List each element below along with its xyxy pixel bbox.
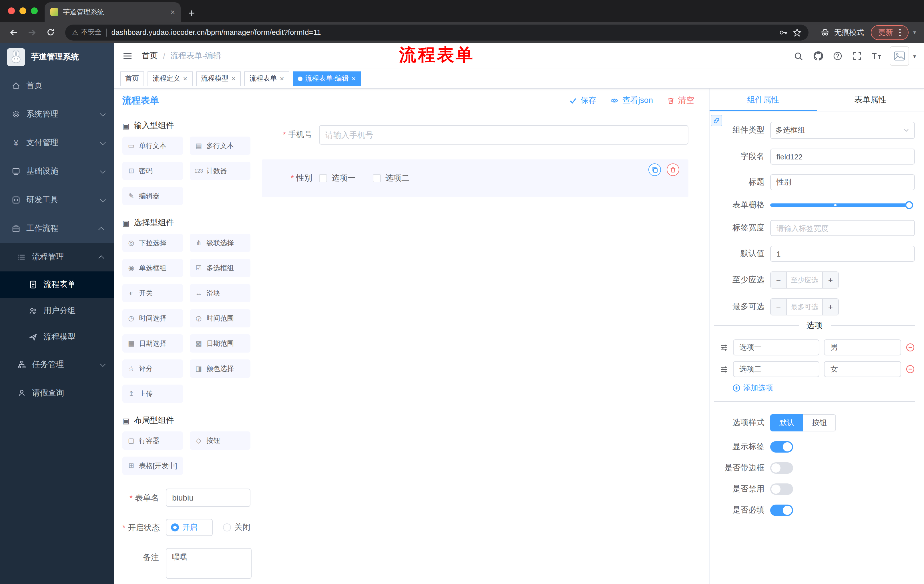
forward-button[interactable]	[24, 24, 40, 40]
close-window-button[interactable]	[8, 7, 15, 14]
clear-button[interactable]: 清空	[667, 95, 694, 106]
min-select-value[interactable]: 至少应选	[787, 272, 822, 288]
palette-item-checkbox-group[interactable]: ☑多选框组	[190, 259, 251, 277]
phone-input[interactable]	[319, 125, 688, 145]
sidebar-item-workflow[interactable]: 工作流程	[0, 214, 114, 243]
palette-item-single-text[interactable]: ▭单行文本	[122, 137, 183, 155]
remove-option-button[interactable]	[906, 343, 915, 352]
palette-item-cascader[interactable]: ⋔级联选择	[190, 234, 251, 252]
palette-item-editor[interactable]: ✎编辑器	[122, 187, 183, 205]
back-button[interactable]	[6, 24, 22, 40]
toolbar-caret-icon[interactable]: ▾	[913, 29, 916, 35]
sidebar-item-user-group[interactable]: 用户分组	[0, 298, 114, 324]
avatar-caret-icon[interactable]: ▾	[913, 53, 916, 59]
close-icon[interactable]: ×	[231, 75, 236, 82]
close-icon[interactable]: ×	[280, 75, 284, 82]
sidebar-item-process-form[interactable]: 流程表单	[0, 271, 114, 298]
gender-option-2[interactable]: 选项二	[373, 173, 409, 183]
show-label-toggle[interactable]	[770, 441, 793, 452]
add-option-button[interactable]: 添加选项	[733, 383, 915, 393]
form-name-input[interactable]	[166, 489, 251, 507]
sidebar-item-leave-query[interactable]: 请假查询	[0, 379, 114, 408]
tag-process-form-edit[interactable]: 流程表单-编辑 ×	[293, 71, 361, 86]
url-text[interactable]: dashboard.yudao.iocoder.cn/bpm/manager/f…	[112, 28, 774, 36]
tab-close-icon[interactable]: ×	[170, 8, 175, 16]
font-size-button[interactable]	[867, 43, 886, 69]
sidebar-item-home[interactable]: 首页	[0, 71, 114, 100]
bookmark-star-icon[interactable]	[792, 28, 802, 37]
selected-gender-widget[interactable]: 性别 选项一 选项二	[262, 160, 688, 197]
sidebar-item-process-model[interactable]: 流程模型	[0, 324, 114, 350]
sidebar-item-payment[interactable]: ¥ 支付管理	[0, 128, 114, 157]
reload-button[interactable]	[42, 24, 58, 40]
required-toggle[interactable]	[770, 505, 793, 516]
palette-item-password[interactable]: ⊡密码	[122, 162, 183, 180]
option-2-name-input[interactable]	[733, 361, 820, 377]
label-width-input[interactable]	[770, 220, 915, 236]
palette-item-color-picker[interactable]: ◨颜色选择	[190, 359, 251, 378]
max-select-value[interactable]: 最多可选	[787, 299, 822, 315]
palette-item-time-picker[interactable]: ◷时间选择	[122, 309, 183, 327]
default-value-input[interactable]	[770, 246, 915, 262]
security-status[interactable]: ⚠ 不安全	[72, 28, 102, 37]
style-button-button[interactable]: 按钮	[804, 414, 836, 431]
tag-process-model[interactable]: 流程模型 ×	[196, 71, 241, 86]
minimize-window-button[interactable]	[20, 7, 26, 14]
palette-item-counter[interactable]: 123计数器	[190, 162, 251, 180]
close-icon[interactable]: ×	[351, 75, 356, 82]
maximize-window-button[interactable]	[31, 7, 38, 14]
fullscreen-button[interactable]	[848, 43, 866, 69]
sidebar-item-infrastructure[interactable]: 基础设施	[0, 157, 114, 186]
address-bar[interactable]: ⚠ 不安全 dashboard.yudao.iocoder.cn/bpm/man…	[65, 24, 808, 40]
browser-update-menu-button[interactable]: 更新	[871, 25, 909, 40]
close-icon[interactable]: ×	[183, 75, 187, 82]
palette-item-select[interactable]: ◎下拉选择	[122, 234, 183, 252]
tag-process-form[interactable]: 流程表单 ×	[244, 71, 289, 86]
delete-widget-button[interactable]	[667, 163, 679, 176]
increase-button[interactable]: +	[822, 272, 838, 288]
save-button[interactable]: 保存	[569, 95, 597, 106]
style-default-button[interactable]: 默认	[770, 414, 804, 431]
decrease-button[interactable]: −	[771, 299, 787, 315]
disabled-toggle[interactable]	[770, 484, 793, 495]
remove-option-button[interactable]	[906, 365, 915, 374]
border-toggle[interactable]	[770, 462, 793, 474]
palette-item-date-picker[interactable]: ▦日期选择	[122, 334, 183, 352]
tag-process-definition[interactable]: 流程定义 ×	[147, 71, 192, 86]
tab-form-props[interactable]: 表单属性	[817, 89, 924, 111]
form-remark-textarea[interactable]: 嘿嘿	[166, 548, 252, 579]
palette-item-multi-text[interactable]: ▤多行文本	[190, 137, 251, 155]
field-name-input[interactable]	[770, 148, 915, 165]
status-on-radio[interactable]: 开启	[166, 519, 213, 536]
decrease-button[interactable]: −	[771, 272, 787, 288]
sidebar-item-task-management[interactable]: 任务管理	[0, 350, 114, 379]
tab-component-props[interactable]: 组件属性	[710, 89, 817, 111]
anchor-link-button[interactable]	[711, 115, 722, 126]
view-json-button[interactable]: 查看json	[610, 95, 653, 106]
slider-thumb[interactable]	[905, 201, 913, 209]
palette-item-time-range[interactable]: ◶时间范围	[190, 309, 251, 327]
help-button[interactable]	[828, 43, 847, 69]
grid-slider[interactable]	[770, 204, 909, 207]
password-key-icon[interactable]	[779, 28, 788, 37]
palette-item-button[interactable]: ◇按钮	[190, 431, 251, 450]
gender-option-1[interactable]: 选项一	[319, 173, 356, 183]
sidebar-collapse-button[interactable]	[122, 51, 133, 61]
copy-widget-button[interactable]	[648, 163, 661, 176]
option-1-name-input[interactable]	[733, 339, 820, 355]
palette-item-switch[interactable]: ◐开关	[122, 284, 183, 302]
drag-handle-icon[interactable]	[720, 365, 728, 373]
palette-item-table[interactable]: ⊞表格[开发中]	[122, 457, 183, 475]
component-type-select[interactable]: 多选框组	[770, 122, 915, 139]
sidebar-item-process-management[interactable]: 流程管理	[0, 243, 114, 271]
sidebar-item-dev-tools[interactable]: 研发工具	[0, 186, 114, 214]
palette-item-upload[interactable]: ↥上传	[122, 385, 183, 403]
sidebar-item-system[interactable]: 系统管理	[0, 100, 114, 128]
palette-item-date-range[interactable]: ▩日期范围	[190, 334, 251, 352]
title-input[interactable]	[770, 174, 915, 190]
palette-item-slider[interactable]: ↔滑块	[190, 284, 251, 302]
status-off-radio[interactable]: 关闭	[223, 522, 251, 533]
search-button[interactable]	[790, 43, 808, 69]
palette-item-row-container[interactable]: ▢行容器	[122, 431, 183, 450]
breadcrumb-home[interactable]: 首页	[142, 51, 158, 61]
